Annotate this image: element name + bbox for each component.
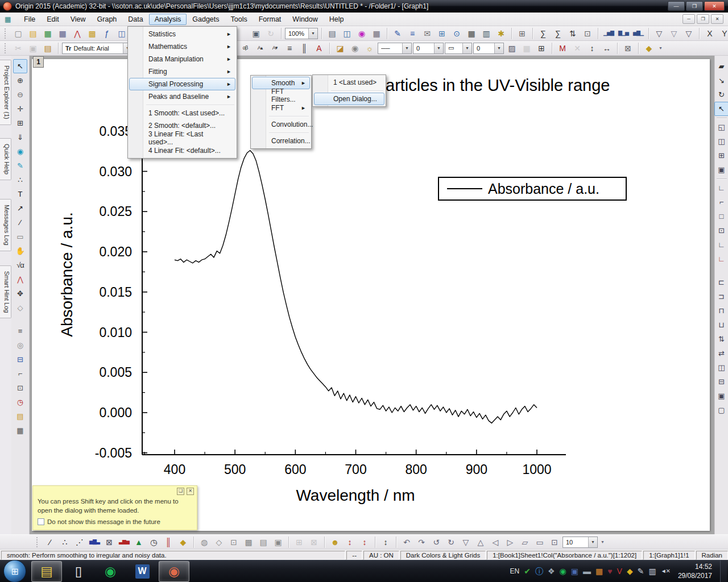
decrease-point-spacing-icon[interactable]: ↕ xyxy=(358,535,371,549)
template-plot-icon[interactable]: ⊠ xyxy=(102,535,116,549)
layer-lines-tool-icon[interactable]: ≡ xyxy=(13,324,27,338)
menu-item-convolution[interactable]: Convolution... xyxy=(252,118,310,131)
filter-icon[interactable]: ▽ xyxy=(652,27,666,40)
area-plot-icon[interactable]: ▲ xyxy=(132,535,146,549)
project-folder-tool-icon[interactable]: ▤ xyxy=(13,409,27,423)
add-inset-layer-icon[interactable]: ▣ xyxy=(714,163,728,177)
menu-tools[interactable]: Tools xyxy=(225,14,253,25)
region-select-tool-icon[interactable]: ◉ xyxy=(13,144,27,159)
menu-file[interactable]: File xyxy=(18,14,41,25)
menu-item-correlation[interactable]: Correlation... xyxy=(252,135,310,147)
align-right-icon[interactable]: ⊐ xyxy=(714,289,728,304)
add-column-icon[interactable]: ⊞ xyxy=(515,27,529,40)
grid-options-icon[interactable]: ▦ xyxy=(520,41,533,55)
filter-reapply-icon[interactable]: ▽ xyxy=(682,27,696,40)
rotate-up-icon[interactable]: ↷ xyxy=(415,535,428,549)
data-selector-tool-icon[interactable]: ∴ xyxy=(13,173,27,187)
font-smaller-icon[interactable]: A▾ xyxy=(268,41,282,55)
open-excel-icon[interactable]: ▦ xyxy=(41,27,55,40)
y-axis-title[interactable]: Absorbance / a.u. xyxy=(58,212,76,336)
panel-tab-smart-hint-log[interactable]: Smart Hint Log xyxy=(0,265,11,318)
statistics-on-column-icon[interactable]: ∑ xyxy=(551,27,565,40)
border-width-combo-dropdown-arrow[interactable]: ▼ xyxy=(494,43,503,53)
menu-item-fft[interactable]: FFT► xyxy=(252,102,310,114)
line-style-combo-dropdown-arrow[interactable]: ▼ xyxy=(402,43,411,53)
video-capture-icon[interactable]: ▦ xyxy=(370,27,383,40)
merge-cells-icon[interactable]: M xyxy=(556,41,569,55)
stock-plot-icon[interactable]: ║ xyxy=(162,535,175,549)
security-tray-icon[interactable]: ♥ xyxy=(607,567,612,575)
zoom-in-tool-icon[interactable]: ⊕ xyxy=(13,73,27,88)
line-tool-icon[interactable]: ∕ xyxy=(13,215,27,230)
scatter-plot-icon[interactable]: ∴ xyxy=(58,535,72,549)
menu-window[interactable]: Window xyxy=(287,14,323,25)
language-indicator[interactable]: EN xyxy=(510,567,520,575)
mask-brush-icon[interactable]: ▰ xyxy=(714,59,728,73)
toolbar-overflow[interactable]: ▼ xyxy=(659,46,663,50)
decrease-perspective-icon[interactable]: ▭ xyxy=(533,535,547,549)
hint-close-icon[interactable]: ✕ xyxy=(187,488,194,495)
font-combo[interactable]: TrDefault: Arial▼ xyxy=(62,43,133,54)
mask-toggle-icon[interactable]: ☻ xyxy=(328,535,342,549)
layer-contents-icon[interactable]: ≡ xyxy=(406,27,419,40)
volume-muted-tray-icon[interactable]: ◄✕ xyxy=(661,568,670,574)
zoom-combo-dropdown-arrow[interactable]: ▼ xyxy=(308,28,317,39)
reset-rotation-icon[interactable]: ⊡ xyxy=(548,535,561,549)
x-axis-title[interactable]: Wavelength / nm xyxy=(296,487,415,505)
rescale-axes-icon[interactable]: ↘ xyxy=(714,73,728,88)
menu-item-1-last-used[interactable]: 1 <Last used> xyxy=(314,76,384,89)
chart-column-grouped-icon[interactable]: ▇▁▅ xyxy=(617,27,630,40)
tilt-down-icon[interactable]: ▽ xyxy=(459,535,473,549)
hint-checkbox[interactable] xyxy=(38,518,44,525)
line-style-combo[interactable]: ──▼ xyxy=(378,43,412,54)
filter-remove-icon[interactable]: ▽ xyxy=(667,27,681,40)
menu-item-peaks-and-baseline[interactable]: Peaks and Baseline► xyxy=(129,90,235,103)
menu-view[interactable]: View xyxy=(65,14,92,25)
taskbar-origin[interactable]: ◉ xyxy=(159,561,189,582)
refresh-icon[interactable]: ↻ xyxy=(264,27,278,40)
child-restore-button[interactable]: ❐ xyxy=(697,14,709,24)
reset-point-spacing-icon[interactable]: ↕ xyxy=(379,535,392,549)
border-style-combo[interactable]: ▭▼ xyxy=(445,43,472,54)
menu-data[interactable]: Data xyxy=(122,14,148,25)
equation-tool-icon[interactable]: √α xyxy=(13,258,27,272)
menu-item-statistics[interactable]: Statistics► xyxy=(129,28,235,40)
zoom-out-tool-icon[interactable]: ⊖ xyxy=(13,88,27,102)
audio-device-tray-icon[interactable]: ▬ xyxy=(583,567,591,575)
rotate-down-icon[interactable]: ↶ xyxy=(400,535,413,549)
options-gear-icon[interactable]: ✱ xyxy=(494,27,508,40)
align-text-icon[interactable]: ≡ xyxy=(283,41,296,55)
circle-object-tool-icon[interactable]: ◎ xyxy=(13,338,27,352)
taskbar-notepad[interactable]: ▯ xyxy=(63,561,94,582)
3d-pointer-tool-icon[interactable]: ◇ xyxy=(13,301,27,315)
insert-graph-tool-icon[interactable]: ⋀ xyxy=(13,272,27,286)
tilt-right-icon[interactable]: ▷ xyxy=(503,535,517,549)
border-width-combo[interactable]: 0▼ xyxy=(473,43,504,54)
send-to-back-icon[interactable]: ▢ xyxy=(714,403,728,417)
lock-icon[interactable]: ⊠ xyxy=(621,41,635,55)
minimize-button[interactable]: — xyxy=(668,1,685,11)
tilt-up-icon[interactable]: △ xyxy=(474,535,487,549)
menu-item-4-linear-fit-default[interactable]: 4 Linear Fit: <default>... xyxy=(129,144,235,157)
menu-edit[interactable]: Edit xyxy=(41,14,65,25)
3d-surface-plot-icon[interactable]: ◇ xyxy=(212,535,226,549)
axis-frame-lb-icon[interactable]: ∟ xyxy=(714,181,728,195)
menu-item-fitting[interactable]: Fitting► xyxy=(129,65,235,78)
menu-item-fft-filters[interactable]: FFT Filters... xyxy=(252,89,310,102)
menu-item-mathematics[interactable]: Mathematics► xyxy=(129,40,235,53)
rotate-clockwise-icon[interactable]: ↻ xyxy=(444,535,458,549)
align-bottom-icon[interactable]: ⊔ xyxy=(714,318,728,332)
set-values-icon[interactable]: ⊡ xyxy=(581,27,594,40)
hand-tool-icon[interactable]: ✋ xyxy=(13,244,27,258)
3d-settings-icon[interactable]: ◆ xyxy=(642,41,656,55)
duplicate-window-icon[interactable]: ▣ xyxy=(249,27,263,40)
add-layers-four-icon[interactable]: ⊞ xyxy=(714,148,728,163)
mail-icon[interactable]: ✉ xyxy=(420,27,434,40)
increase-perspective-icon[interactable]: ▱ xyxy=(518,535,532,549)
pointer-tool-icon[interactable]: ↖ xyxy=(13,59,27,73)
line-width-combo-dropdown-arrow[interactable]: ▼ xyxy=(434,43,443,53)
edit-icon[interactable]: ✎ xyxy=(391,27,404,40)
new-sheet-tool-icon[interactable]: ▦ xyxy=(13,423,27,438)
greek-symbols-icon[interactable]: αβ xyxy=(238,41,252,55)
child-close-button[interactable]: ✕ xyxy=(711,14,723,24)
